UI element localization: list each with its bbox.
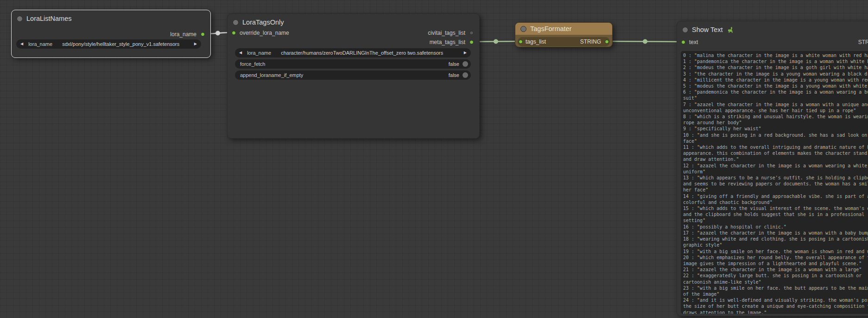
combo-right-arrow-icon[interactable]: ▶ <box>464 51 467 55</box>
widget-value: character/humans/zeroTwoDARLINGInThe_off… <box>281 50 464 56</box>
link-midpoint-dot <box>643 39 647 44</box>
widget-value: false <box>449 72 459 78</box>
widget-label: lora_name <box>28 41 52 47</box>
collapse-dot-icon[interactable] <box>17 16 23 22</box>
output-slot-dot[interactable] <box>469 31 474 35</box>
collapse-dot-icon[interactable] <box>520 26 526 32</box>
node-header[interactable]: LoraListNames <box>12 13 210 25</box>
node-graph-canvas[interactable]: LoraListNames lora_name ◀ lora_name sdxl… <box>0 0 868 318</box>
node-lora-tags-only[interactable]: LoraTagsOnly override_lora_name civitai_… <box>227 13 480 139</box>
combo-right-arrow-icon[interactable]: ▶ <box>194 42 197 46</box>
output-slot-dot[interactable] <box>469 40 474 45</box>
output-slot-label: STRING <box>580 38 601 45</box>
output-slot-label: lora_name <box>170 31 196 38</box>
widget-value: false <box>449 61 459 67</box>
node-header[interactable]: Show Text <box>677 24 868 36</box>
input-slot-dot[interactable] <box>519 40 523 44</box>
toggle-knob[interactable] <box>463 61 468 67</box>
link-midpoint-dot <box>494 39 498 44</box>
node-tags-formater[interactable]: TagsFormater tags_list STRING <box>515 22 613 47</box>
show-text-output-area[interactable]: 0 : "malina the character in the image i… <box>681 51 868 314</box>
node-title: TagsFormater <box>530 25 571 32</box>
node-title: LoraListNames <box>26 15 72 22</box>
node-header[interactable]: TagsFormater <box>515 23 612 35</box>
output-slot-dot[interactable] <box>201 32 205 37</box>
lora-name-combo-widget[interactable]: ◀ lora_name character/humans/zeroTwoDARL… <box>235 48 471 57</box>
toggle-knob[interactable] <box>463 72 468 78</box>
node-title: LoraTagsOnly <box>242 19 284 26</box>
input-slot-dot[interactable] <box>681 40 685 45</box>
widget-label: force_fetch <box>240 61 265 67</box>
input-slot-label: override_lora_name <box>240 30 289 36</box>
append-loraname-if-empty-toggle-widget[interactable]: append_loraname_if_empty false <box>235 70 471 80</box>
collapse-dot-icon[interactable] <box>233 19 239 25</box>
widget-label: lora_name <box>247 50 271 56</box>
widget-label: append_loraname_if_empty <box>240 72 303 78</box>
node-title: Show Text <box>692 26 723 33</box>
node-show-text[interactable]: Show Text text STRING 0 : "malina the ch… <box>677 21 868 316</box>
lora-name-combo-widget[interactable]: ◀ lora_name sdxl/pony/style/helltaker_st… <box>16 39 201 49</box>
output-slot-label: meta_tags_list <box>430 39 465 45</box>
link-midpoint-dot <box>215 31 220 36</box>
input-slot-label: tags_list <box>526 38 546 45</box>
combo-left-arrow-icon[interactable]: ◀ <box>20 42 23 46</box>
output-slot-label: STRING <box>858 39 868 45</box>
node-header[interactable]: LoraTagsOnly <box>228 16 479 28</box>
output-slot-dot[interactable] <box>605 40 609 44</box>
force-fetch-toggle-widget[interactable]: force_fetch false <box>235 59 471 69</box>
slot-row: tags_list STRING <box>518 37 610 46</box>
node-lora-list-names[interactable]: LoraListNames lora_name ◀ lora_name sdxl… <box>11 10 211 58</box>
show-text-output-lines: 0 : "malina the character in the image i… <box>681 51 868 314</box>
widget-value: sdxl/pony/style/helltaker_style_pony_v1.… <box>62 41 194 47</box>
llama-icon <box>727 26 734 33</box>
output-slot-label: civitai_tags_list <box>428 30 465 36</box>
combo-left-arrow-icon[interactable]: ◀ <box>239 51 242 55</box>
input-slot-label: text <box>689 39 698 45</box>
collapse-dot-icon[interactable] <box>682 27 688 33</box>
input-slot-dot[interactable] <box>232 31 236 35</box>
